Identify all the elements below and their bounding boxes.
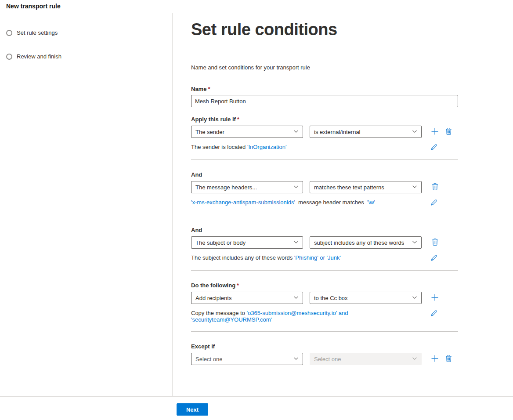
- trash-icon: [445, 127, 452, 137]
- chevron-down-icon: [412, 239, 417, 246]
- rule-section-label: And: [191, 227, 513, 233]
- rule-section-label: Except if: [191, 343, 513, 350]
- edit-condition-button[interactable]: [430, 254, 438, 262]
- condition-select[interactable]: Select one: [191, 353, 303, 365]
- step-set-rule-settings[interactable]: Set rule settings: [6, 29, 58, 36]
- rule-conditions-list: Apply this rule if* The sender is extern…: [191, 116, 513, 365]
- add-condition-button[interactable]: [431, 294, 439, 302]
- condition-summary-segment: Copy the message to: [191, 310, 246, 316]
- pencil-icon: [430, 309, 438, 318]
- condition-value-select[interactable]: subject includes any of these words: [310, 236, 422, 249]
- chevron-down-icon: [293, 295, 299, 301]
- plus-icon: [431, 293, 439, 303]
- condition-summary-row: 'x-ms-exchange-antispam-submissionids' m…: [191, 199, 458, 206]
- condition-value-link[interactable]: 'x-ms-exchange-antispam-submissionids': [191, 199, 295, 206]
- wizard-steps-pane: Set rule settings Review and finish: [0, 13, 173, 396]
- required-asterisk: *: [237, 116, 239, 123]
- step-connector-line: [9, 37, 9, 52]
- chevron-down-icon: [293, 356, 299, 362]
- edit-condition-button[interactable]: [430, 144, 438, 152]
- delete-condition-button[interactable]: [431, 239, 439, 246]
- condition-value-select[interactable]: to the Cc box: [310, 292, 422, 304]
- rule-section: Except if Select one Select one: [191, 343, 513, 365]
- chevron-down-icon: [412, 129, 417, 135]
- add-condition-button[interactable]: [431, 128, 439, 136]
- section-divider: [191, 270, 458, 271]
- condition-summary-segment: The sender is located: [191, 144, 247, 150]
- page-title: Set rule conditions: [191, 19, 513, 40]
- rule-section-label: Do the following*: [191, 282, 513, 289]
- condition-select[interactable]: The sender: [191, 126, 303, 138]
- required-asterisk: *: [237, 282, 239, 289]
- rule-label-text: And: [191, 227, 202, 233]
- edit-condition-button[interactable]: [430, 199, 438, 207]
- chevron-down-icon: [412, 356, 417, 362]
- condition-value-link[interactable]: '\w': [367, 199, 375, 206]
- trash-icon: [431, 238, 439, 247]
- chevron-down-icon: [412, 184, 417, 191]
- trash-icon: [431, 183, 439, 192]
- section-divider: [191, 215, 458, 215]
- section-divider: [191, 159, 458, 160]
- section-divider: [191, 331, 458, 332]
- rule-label-text: Do the following: [191, 282, 235, 289]
- condition-value-select[interactable]: matches these text patterns: [310, 181, 422, 193]
- rule-name-input[interactable]: [191, 95, 458, 107]
- condition-select[interactable]: The subject or body: [191, 236, 303, 249]
- delete-condition-button[interactable]: [444, 128, 452, 136]
- rule-section-label: And: [191, 171, 513, 178]
- step-label: Set rule settings: [17, 29, 58, 36]
- delete-condition-button[interactable]: [431, 183, 439, 191]
- condition-summary-text: Copy the message to 'o365-submission@mes…: [191, 310, 350, 323]
- condition-value-select[interactable]: is external/internal: [310, 126, 422, 138]
- rule-section: And The message headers... matches these…: [191, 171, 513, 215]
- wizard-title: New transport rule: [6, 3, 61, 10]
- condition-summary-row: Copy the message to 'o365-submission@mes…: [191, 310, 458, 323]
- condition-value-select: Select one: [310, 353, 422, 365]
- condition-select[interactable]: Add recipients: [191, 292, 303, 304]
- rule-label-text: Apply this rule if: [191, 116, 236, 123]
- condition-summary-segment: The subject includes any of these words: [191, 254, 294, 261]
- required-asterisk: *: [208, 86, 210, 92]
- condition-value-link[interactable]: 'InOrganization': [247, 144, 287, 150]
- pencil-icon: [430, 143, 438, 152]
- page-subtitle: Name and set conditions for your transpo…: [191, 64, 513, 71]
- condition-summary-segment: message header matches: [295, 199, 367, 206]
- wizard-header: New transport rule: [0, 0, 513, 13]
- plus-icon: [431, 355, 439, 364]
- condition-summary-row: The subject includes any of these words …: [191, 254, 458, 262]
- rule-section: Apply this rule if* The sender is extern…: [191, 116, 513, 160]
- delete-condition-button[interactable]: [444, 355, 452, 363]
- rule-section: And The subject or body subject includes…: [191, 227, 513, 271]
- chevron-down-icon: [293, 184, 299, 191]
- chevron-down-icon: [293, 239, 299, 246]
- condition-select[interactable]: The message headers...: [191, 181, 303, 193]
- pencil-icon: [430, 254, 438, 263]
- condition-summary-row: The sender is located 'InOrganization': [191, 144, 458, 151]
- plus-icon: [431, 127, 439, 137]
- condition-value-link[interactable]: 'Phishing' or 'Junk': [294, 254, 341, 261]
- name-field-label: Name*: [191, 86, 513, 92]
- rule-label-text: And: [191, 171, 202, 178]
- step-circle-icon: [6, 54, 12, 60]
- edit-condition-button[interactable]: [430, 310, 438, 318]
- chevron-down-icon: [293, 129, 299, 135]
- main-content: Set rule conditions Name and set conditi…: [173, 13, 513, 396]
- pencil-icon: [430, 199, 438, 207]
- step-connector-line: [9, 14, 9, 29]
- step-review-and-finish[interactable]: Review and finish: [6, 53, 61, 60]
- next-button[interactable]: Next: [177, 403, 208, 416]
- rule-section: Do the following* Add recipients to the …: [191, 282, 513, 332]
- add-condition-button[interactable]: [431, 355, 439, 363]
- wizard-footer: Next: [0, 396, 513, 420]
- chevron-down-icon: [412, 295, 417, 301]
- rule-label-text: Except if: [191, 343, 215, 350]
- step-circle-icon: [6, 30, 12, 36]
- trash-icon: [445, 355, 452, 364]
- step-label: Review and finish: [17, 53, 61, 60]
- rule-section-label: Apply this rule if*: [191, 116, 513, 123]
- condition-summary-text: The subject includes any of these words …: [191, 254, 341, 261]
- condition-summary-text: The sender is located 'InOrganization': [191, 144, 286, 150]
- condition-summary-text: 'x-ms-exchange-antispam-submissionids' m…: [191, 199, 375, 206]
